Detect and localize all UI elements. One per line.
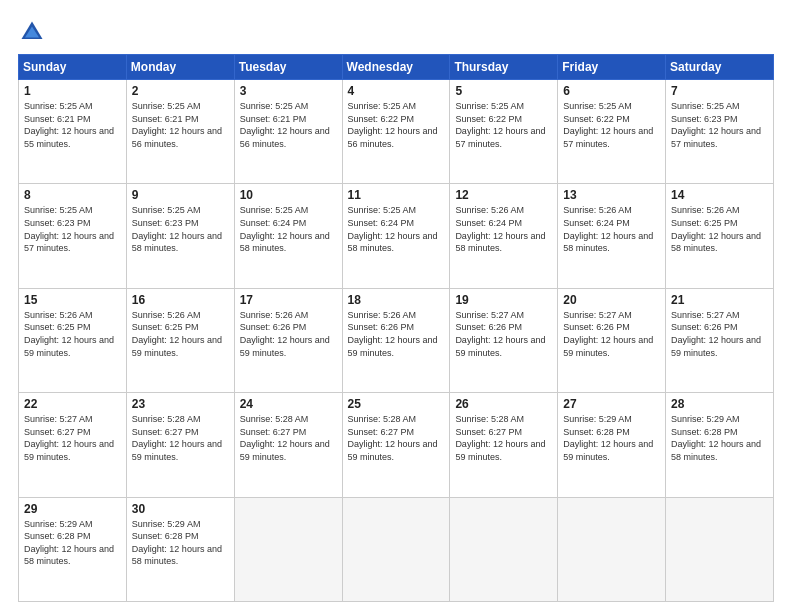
day-number: 6 (563, 84, 660, 98)
calendar-day-11: 11Sunrise: 5:25 AMSunset: 6:24 PMDayligh… (342, 184, 450, 288)
calendar-empty (234, 497, 342, 601)
logo (18, 18, 52, 46)
calendar-empty (342, 497, 450, 601)
calendar-day-21: 21Sunrise: 5:27 AMSunset: 6:26 PMDayligh… (666, 288, 774, 392)
day-number: 17 (240, 293, 337, 307)
day-number: 30 (132, 502, 229, 516)
calendar-empty (666, 497, 774, 601)
day-number: 1 (24, 84, 121, 98)
header-day-friday: Friday (558, 55, 666, 80)
calendar-day-25: 25Sunrise: 5:28 AMSunset: 6:27 PMDayligh… (342, 393, 450, 497)
day-info: Sunrise: 5:25 AMSunset: 6:22 PMDaylight:… (348, 100, 445, 150)
calendar-day-4: 4Sunrise: 5:25 AMSunset: 6:22 PMDaylight… (342, 80, 450, 184)
calendar-day-6: 6Sunrise: 5:25 AMSunset: 6:22 PMDaylight… (558, 80, 666, 184)
day-info: Sunrise: 5:26 AMSunset: 6:26 PMDaylight:… (348, 309, 445, 359)
day-info: Sunrise: 5:29 AMSunset: 6:28 PMDaylight:… (132, 518, 229, 568)
day-number: 21 (671, 293, 768, 307)
day-number: 13 (563, 188, 660, 202)
day-info: Sunrise: 5:28 AMSunset: 6:27 PMDaylight:… (455, 413, 552, 463)
day-number: 23 (132, 397, 229, 411)
header-day-thursday: Thursday (450, 55, 558, 80)
header-day-monday: Monday (126, 55, 234, 80)
calendar-day-30: 30Sunrise: 5:29 AMSunset: 6:28 PMDayligh… (126, 497, 234, 601)
calendar-week-1: 1Sunrise: 5:25 AMSunset: 6:21 PMDaylight… (19, 80, 774, 184)
calendar-day-22: 22Sunrise: 5:27 AMSunset: 6:27 PMDayligh… (19, 393, 127, 497)
day-info: Sunrise: 5:28 AMSunset: 6:27 PMDaylight:… (132, 413, 229, 463)
day-number: 3 (240, 84, 337, 98)
calendar-day-5: 5Sunrise: 5:25 AMSunset: 6:22 PMDaylight… (450, 80, 558, 184)
day-number: 27 (563, 397, 660, 411)
day-number: 5 (455, 84, 552, 98)
calendar-day-20: 20Sunrise: 5:27 AMSunset: 6:26 PMDayligh… (558, 288, 666, 392)
day-info: Sunrise: 5:25 AMSunset: 6:24 PMDaylight:… (348, 204, 445, 254)
calendar-day-8: 8Sunrise: 5:25 AMSunset: 6:23 PMDaylight… (19, 184, 127, 288)
day-number: 19 (455, 293, 552, 307)
calendar-day-13: 13Sunrise: 5:26 AMSunset: 6:24 PMDayligh… (558, 184, 666, 288)
day-info: Sunrise: 5:25 AMSunset: 6:21 PMDaylight:… (132, 100, 229, 150)
day-number: 10 (240, 188, 337, 202)
calendar-day-23: 23Sunrise: 5:28 AMSunset: 6:27 PMDayligh… (126, 393, 234, 497)
day-info: Sunrise: 5:27 AMSunset: 6:26 PMDaylight:… (563, 309, 660, 359)
calendar-empty (558, 497, 666, 601)
day-number: 11 (348, 188, 445, 202)
day-number: 26 (455, 397, 552, 411)
calendar-day-27: 27Sunrise: 5:29 AMSunset: 6:28 PMDayligh… (558, 393, 666, 497)
day-number: 28 (671, 397, 768, 411)
header-day-saturday: Saturday (666, 55, 774, 80)
day-info: Sunrise: 5:25 AMSunset: 6:21 PMDaylight:… (24, 100, 121, 150)
calendar-day-26: 26Sunrise: 5:28 AMSunset: 6:27 PMDayligh… (450, 393, 558, 497)
calendar-day-1: 1Sunrise: 5:25 AMSunset: 6:21 PMDaylight… (19, 80, 127, 184)
calendar-day-15: 15Sunrise: 5:26 AMSunset: 6:25 PMDayligh… (19, 288, 127, 392)
calendar-header: SundayMondayTuesdayWednesdayThursdayFrid… (19, 55, 774, 80)
day-number: 15 (24, 293, 121, 307)
calendar-week-5: 29Sunrise: 5:29 AMSunset: 6:28 PMDayligh… (19, 497, 774, 601)
header (18, 18, 774, 46)
calendar-day-10: 10Sunrise: 5:25 AMSunset: 6:24 PMDayligh… (234, 184, 342, 288)
calendar-day-19: 19Sunrise: 5:27 AMSunset: 6:26 PMDayligh… (450, 288, 558, 392)
calendar-day-2: 2Sunrise: 5:25 AMSunset: 6:21 PMDaylight… (126, 80, 234, 184)
calendar-week-4: 22Sunrise: 5:27 AMSunset: 6:27 PMDayligh… (19, 393, 774, 497)
day-number: 9 (132, 188, 229, 202)
calendar-day-12: 12Sunrise: 5:26 AMSunset: 6:24 PMDayligh… (450, 184, 558, 288)
day-info: Sunrise: 5:25 AMSunset: 6:21 PMDaylight:… (240, 100, 337, 150)
day-number: 2 (132, 84, 229, 98)
calendar-day-7: 7Sunrise: 5:25 AMSunset: 6:23 PMDaylight… (666, 80, 774, 184)
calendar-day-3: 3Sunrise: 5:25 AMSunset: 6:21 PMDaylight… (234, 80, 342, 184)
header-day-sunday: Sunday (19, 55, 127, 80)
calendar-week-2: 8Sunrise: 5:25 AMSunset: 6:23 PMDaylight… (19, 184, 774, 288)
day-info: Sunrise: 5:25 AMSunset: 6:24 PMDaylight:… (240, 204, 337, 254)
calendar-day-29: 29Sunrise: 5:29 AMSunset: 6:28 PMDayligh… (19, 497, 127, 601)
day-number: 24 (240, 397, 337, 411)
day-info: Sunrise: 5:29 AMSunset: 6:28 PMDaylight:… (24, 518, 121, 568)
day-number: 16 (132, 293, 229, 307)
day-number: 20 (563, 293, 660, 307)
day-info: Sunrise: 5:25 AMSunset: 6:23 PMDaylight:… (671, 100, 768, 150)
day-number: 12 (455, 188, 552, 202)
day-info: Sunrise: 5:26 AMSunset: 6:26 PMDaylight:… (240, 309, 337, 359)
calendar-day-24: 24Sunrise: 5:28 AMSunset: 6:27 PMDayligh… (234, 393, 342, 497)
day-number: 22 (24, 397, 121, 411)
header-day-wednesday: Wednesday (342, 55, 450, 80)
day-number: 25 (348, 397, 445, 411)
calendar-week-3: 15Sunrise: 5:26 AMSunset: 6:25 PMDayligh… (19, 288, 774, 392)
day-info: Sunrise: 5:26 AMSunset: 6:25 PMDaylight:… (671, 204, 768, 254)
day-info: Sunrise: 5:25 AMSunset: 6:22 PMDaylight:… (563, 100, 660, 150)
day-info: Sunrise: 5:26 AMSunset: 6:25 PMDaylight:… (24, 309, 121, 359)
calendar-table: SundayMondayTuesdayWednesdayThursdayFrid… (18, 54, 774, 602)
calendar-day-9: 9Sunrise: 5:25 AMSunset: 6:23 PMDaylight… (126, 184, 234, 288)
day-info: Sunrise: 5:29 AMSunset: 6:28 PMDaylight:… (563, 413, 660, 463)
calendar-body: 1Sunrise: 5:25 AMSunset: 6:21 PMDaylight… (19, 80, 774, 602)
calendar-day-28: 28Sunrise: 5:29 AMSunset: 6:28 PMDayligh… (666, 393, 774, 497)
day-info: Sunrise: 5:25 AMSunset: 6:23 PMDaylight:… (132, 204, 229, 254)
header-day-tuesday: Tuesday (234, 55, 342, 80)
day-number: 8 (24, 188, 121, 202)
day-info: Sunrise: 5:25 AMSunset: 6:22 PMDaylight:… (455, 100, 552, 150)
day-info: Sunrise: 5:27 AMSunset: 6:26 PMDaylight:… (455, 309, 552, 359)
calendar-day-14: 14Sunrise: 5:26 AMSunset: 6:25 PMDayligh… (666, 184, 774, 288)
logo-icon (18, 18, 46, 46)
calendar-day-16: 16Sunrise: 5:26 AMSunset: 6:25 PMDayligh… (126, 288, 234, 392)
day-info: Sunrise: 5:28 AMSunset: 6:27 PMDaylight:… (240, 413, 337, 463)
day-info: Sunrise: 5:26 AMSunset: 6:24 PMDaylight:… (563, 204, 660, 254)
calendar-day-18: 18Sunrise: 5:26 AMSunset: 6:26 PMDayligh… (342, 288, 450, 392)
day-number: 7 (671, 84, 768, 98)
